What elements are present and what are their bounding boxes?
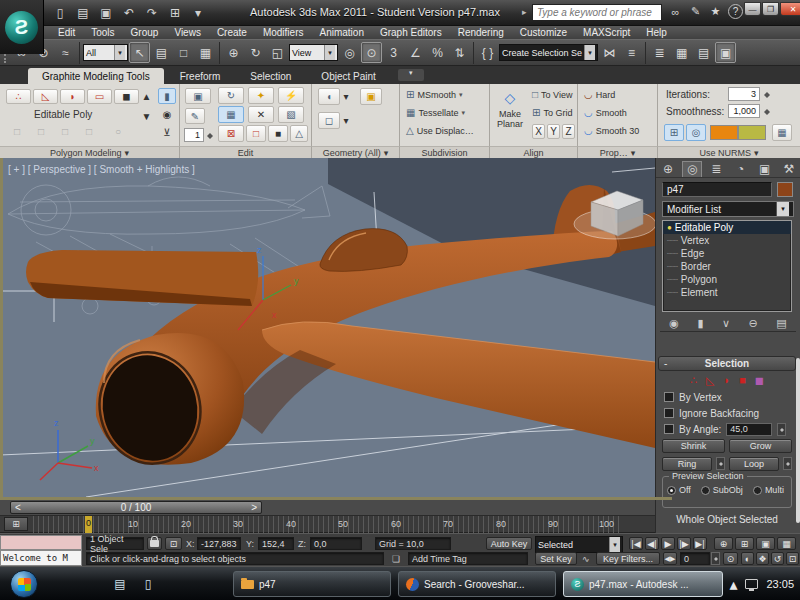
smooth-30-button[interactable]: ◡ Smooth 30 <box>584 123 639 138</box>
menu-animation[interactable]: Animation <box>311 27 371 38</box>
menu-maxscript[interactable]: MAXScript <box>575 27 638 38</box>
x-coordinate-field[interactable]: -127,883 <box>197 537 241 550</box>
tab-freeform[interactable]: Freeform <box>166 68 235 84</box>
orbit-button[interactable]: ↺ <box>771 552 784 565</box>
current-frame-marker[interactable]: 0 <box>85 516 92 533</box>
menu-graph-editors[interactable]: Graph Editors <box>372 27 450 38</box>
quick-launch-icon-2[interactable]: ▯ <box>140 576 156 592</box>
selection-lock-button[interactable] <box>147 537 162 550</box>
element-icon[interactable]: ◼ <box>755 374 764 387</box>
select-object-button[interactable]: ↖ <box>129 42 150 63</box>
nurms-color-swatch-2[interactable] <box>738 125 766 140</box>
stack-item-editable-poly[interactable]: ● Editable Poly <box>663 221 791 234</box>
application-menu-button[interactable]: Ƨ <box>0 0 44 54</box>
go-to-end-button[interactable]: ▶| <box>693 537 707 550</box>
time-tag-icon[interactable]: ❏ <box>392 552 400 565</box>
track-bar-ruler[interactable] <box>33 516 623 533</box>
favorites-star-icon[interactable]: ★ <box>708 5 723 18</box>
go-to-start-button[interactable]: |◀ <box>629 537 643 550</box>
border-mode-icon[interactable]: ◗ <box>60 89 85 104</box>
chevron-down-icon[interactable]: ▾ <box>341 114 351 127</box>
restore-button[interactable]: ❐ <box>762 2 779 16</box>
time-slider-handle[interactable]: < 0 / 100 > <box>10 501 262 514</box>
redo-icon[interactable]: ↷ <box>142 3 162 23</box>
smoothness-spinner[interactable] <box>762 104 771 118</box>
viewport-canvas[interactable]: z x y z y x [ + ] [ Perspective ] [ Smo <box>0 158 655 497</box>
command-panel-scrollbar[interactable] <box>796 358 800 523</box>
tab-object-paint[interactable]: Object Paint <box>307 68 389 84</box>
grow-button[interactable]: Grow <box>729 439 792 453</box>
stack-item-edge[interactable]: ┈┈Edge <box>663 247 791 260</box>
toggle-command-panel-icon[interactable]: ▮ <box>158 88 176 104</box>
reference-coordinate-dropdown[interactable]: View▾ <box>289 44 338 61</box>
preserve-uvs-icon[interactable]: ▣ <box>185 88 211 104</box>
undo-icon[interactable]: ↶ <box>119 3 139 23</box>
quickslice-icon[interactable]: ⚡ <box>278 87 304 104</box>
bind-to-space-warp-button[interactable]: ≈ <box>55 42 76 63</box>
search-icon[interactable]: ∞ <box>668 6 683 18</box>
by-angle-checkbox[interactable] <box>664 424 674 434</box>
tab-utilities-icon[interactable]: ⚒ <box>779 161 799 177</box>
align-x-button[interactable]: X <box>532 124 545 139</box>
hard-edges-button[interactable]: ◡ Hard <box>584 87 615 102</box>
constrain-normal-icon[interactable]: △ <box>290 125 308 142</box>
taskbar-button-p47-folder[interactable]: p47 <box>233 571 391 597</box>
previous-modifier-icon[interactable]: ▲ <box>138 90 155 103</box>
y-coordinate-field[interactable]: 152,4 <box>258 537 294 550</box>
repeat-last-icon[interactable]: ↻ <box>218 87 244 104</box>
repeat-count-field[interactable]: 1 <box>184 128 204 142</box>
pin-stack-icon[interactable]: ◉ <box>158 107 176 122</box>
tab-motion-icon[interactable]: ◔ <box>731 161 751 177</box>
pan-button[interactable]: ❖ <box>756 552 769 565</box>
collapse-geometry-icon[interactable]: ▣ <box>360 88 382 105</box>
align-to-grid-button[interactable]: ⊞ To Grid <box>532 105 572 120</box>
loop-button[interactable]: Loop <box>729 457 779 471</box>
communication-center-icon[interactable]: ✎ <box>688 5 703 18</box>
new-file-icon[interactable]: ▯ <box>50 3 70 23</box>
stack-item-element[interactable]: ┈┈Element <box>663 286 791 299</box>
schematic-view-button[interactable]: ▤ <box>693 42 714 63</box>
make-planar-button[interactable]: ◇ Make Planar <box>494 90 526 138</box>
maximize-viewport-button[interactable]: ⊡ <box>786 552 799 565</box>
ignore-backfacing-checkbox[interactable] <box>664 408 674 418</box>
align-y-button[interactable]: Y <box>547 124 560 139</box>
menu-modifiers[interactable]: Modifiers <box>255 27 312 38</box>
selection-rollout-header[interactable]: - Selection <box>658 356 796 371</box>
prev-subobject-icon[interactable]: □ <box>6 124 28 139</box>
repeat-count-spinner[interactable] <box>205 128 214 142</box>
time-configuration-button[interactable]: ⊙ <box>723 552 738 565</box>
bulb-icon[interactable]: ● <box>667 223 672 232</box>
panel-footer-polygon-modeling[interactable]: Polygon Modeling▾ <box>0 146 180 158</box>
start-button[interactable] <box>10 570 38 598</box>
constrain-face-icon[interactable]: ■ <box>268 125 288 142</box>
tab-hierarchy-icon[interactable]: ≣ <box>706 161 726 177</box>
panel-footer-edit[interactable]: Edit <box>180 146 312 158</box>
play-button[interactable]: ▶ <box>661 537 675 550</box>
by-angle-field[interactable]: 45,0 <box>726 423 772 436</box>
tab-selection[interactable]: Selection <box>236 68 305 84</box>
select-and-move-button[interactable]: ⊕ <box>223 42 244 63</box>
attach-icon[interactable]: ◖ <box>318 88 340 105</box>
select-by-name-button[interactable]: ▤ <box>151 42 172 63</box>
project-toolbar-icon[interactable]: ⊞ <box>165 3 185 23</box>
time-slider-left-arrow[interactable]: < <box>15 502 21 513</box>
display-tray-icon[interactable] <box>745 579 758 589</box>
swift-loop-icon[interactable]: ▦ <box>218 106 244 123</box>
nurms-color-swatch-1[interactable] <box>710 125 738 140</box>
infocenter-flyout-icon[interactable]: ▸ <box>522 7 527 17</box>
menu-help[interactable]: Help <box>638 27 675 38</box>
next-subobject-icon[interactable]: □ <box>30 124 52 139</box>
quick-launch-icon-1[interactable]: ▤ <box>112 576 128 592</box>
save-file-icon[interactable]: ▣ <box>96 3 116 23</box>
tab-graphite-modeling-tools[interactable]: Graphite Modeling Tools <box>28 68 164 84</box>
set-key-button[interactable]: Set Key <box>535 552 577 565</box>
window-crossing-button[interactable]: ▦ <box>195 42 216 63</box>
tweak-uvw-icon[interactable]: ✎ <box>185 108 205 124</box>
preview-off-radio[interactable]: Off <box>667 485 691 495</box>
graphite-ribbon-toggle-button[interactable]: ▦ <box>671 42 692 63</box>
previous-frame-button[interactable]: ◀| <box>645 537 659 550</box>
soft-selection-icon[interactable]: ○ <box>108 124 128 139</box>
edit-named-selection-sets-button[interactable]: { } <box>477 42 498 63</box>
stack-item-polygon[interactable]: ┈┈Polygon <box>663 273 791 286</box>
menu-views[interactable]: Views <box>166 27 209 38</box>
